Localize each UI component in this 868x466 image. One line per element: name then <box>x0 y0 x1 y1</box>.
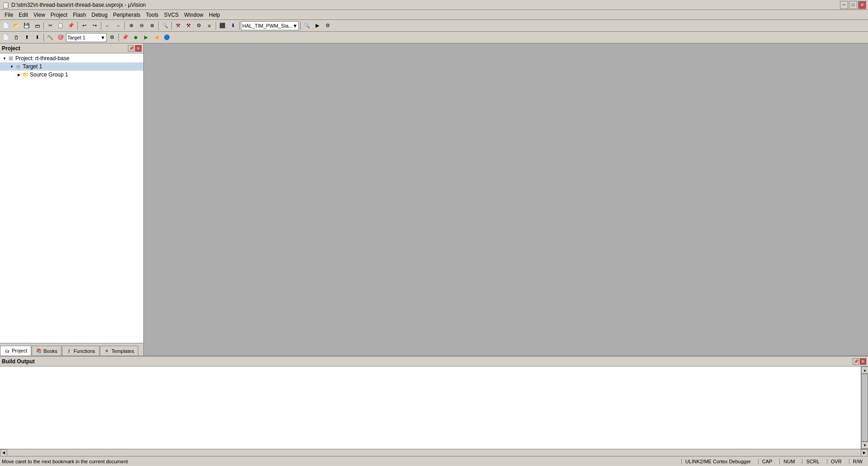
scroll-thumb[interactable] <box>861 374 868 442</box>
scroll-up-arrow[interactable]: ▲ <box>861 366 868 374</box>
tree-item-target[interactable]: ▼ ⊟ Target 1 <box>0 62 143 71</box>
close-button[interactable]: ✕ <box>858 1 866 9</box>
t2-settings-btn[interactable]: ⚙ <box>107 33 117 43</box>
t2-btn2[interactable]: 🗒 <box>11 33 21 43</box>
minimize-button[interactable]: ─ <box>840 1 848 9</box>
menu-item-window[interactable]: Window <box>181 11 206 19</box>
t2-gem-btn[interactable]: ◆ <box>131 33 141 43</box>
t2-build-btn[interactable]: 🔨 <box>45 33 55 43</box>
project-panel-title: Project <box>2 45 20 52</box>
t2-btn4[interactable]: ⬇ <box>32 33 42 43</box>
function-dropdown[interactable]: HAL_TIM_PWM_Sta... ▼ <box>241 21 299 30</box>
t2-arrow-btn[interactable]: ▶ <box>141 33 151 43</box>
build-scrollbar-v[interactable]: ▲ ▼ <box>861 366 868 449</box>
sep4 <box>124 22 125 30</box>
title-bar-left: 📋 D:\stm32\rt-thread-base\rt-thread-base… <box>2 1 146 9</box>
tab-templates[interactable]: ≡ Templates <box>100 346 138 356</box>
t2-pin-btn[interactable]: 📌 <box>120 33 130 43</box>
bookmark-prev-btn[interactable]: ⊕ <box>126 21 136 31</box>
title-bar: 📋 D:\stm32\rt-thread-base\rt-thread-base… <box>0 0 868 10</box>
build-btn[interactable]: ⚒ <box>184 21 193 31</box>
project-panel-header: Project 📌 ✕ <box>0 43 143 53</box>
menu-item-project[interactable]: Project <box>48 11 70 19</box>
menu-item-view[interactable]: View <box>31 11 48 19</box>
settings-btn[interactable]: ⚙ <box>323 21 333 31</box>
scroll-left-arrow[interactable]: ◀ <box>0 449 7 456</box>
function-dropdown-value: HAL_TIM_PWM_Sta... <box>242 23 292 29</box>
nav-fwd-btn[interactable]: → <box>113 21 123 31</box>
new-file-btn[interactable]: 📄 <box>1 21 11 31</box>
sep2 <box>77 22 78 30</box>
scroll-right-arrow[interactable]: ▶ <box>861 449 868 456</box>
tab-templates-label: Templates <box>112 348 134 354</box>
stop-btn[interactable]: ⬛ <box>217 21 227 31</box>
menu-item-edit[interactable]: Edit <box>16 11 31 19</box>
build-output-content[interactable] <box>0 366 861 449</box>
tab-project[interactable]: 🗂 Project <box>0 346 31 356</box>
menu-bar: FileEditViewProjectFlashDebugPeripherals… <box>0 10 868 20</box>
expand-arrow-target: ▼ <box>9 64 14 69</box>
build-output-pin-button[interactable]: 📌 <box>853 358 859 365</box>
build-output-controls[interactable]: 📌 ✕ <box>853 358 866 365</box>
h-scroll-track[interactable] <box>7 449 861 456</box>
download-btn[interactable]: ⬇ <box>228 21 238 31</box>
t2-target-btn[interactable]: 🎯 <box>56 33 66 43</box>
save-all-btn[interactable]: 🗃 <box>32 21 42 31</box>
t2-sep2 <box>118 33 119 42</box>
open-btn[interactable]: 📂 <box>11 21 21 31</box>
menu-item-peripherals[interactable]: Peripherals <box>110 11 143 19</box>
cut-btn[interactable]: ✂ <box>45 21 55 31</box>
tree-item-project[interactable]: ▼ ⊞ Project: rt-thread-base <box>0 54 143 62</box>
copy-btn[interactable]: 📋 <box>56 21 66 31</box>
t2-back-btn[interactable]: ◀ <box>151 33 161 43</box>
target-dropdown[interactable]: Target 1 ▼ <box>66 33 107 42</box>
panel-close-button[interactable]: ✕ <box>135 45 142 52</box>
bottom-section: Build Output 📌 ✕ ▲ ▼ ◀ ▶ <box>0 356 868 456</box>
save-btn[interactable]: 💾 <box>22 21 32 31</box>
redo-btn[interactable]: ↪ <box>90 21 99 31</box>
title-bar-controls[interactable]: ─ □ ✕ <box>840 1 866 9</box>
menu-item-debug[interactable]: Debug <box>89 11 110 19</box>
scroll-down-arrow[interactable]: ▼ <box>861 442 868 449</box>
rebuild-btn[interactable]: ⚙ <box>194 21 204 31</box>
dropdown-arrow-icon: ▼ <box>292 23 297 29</box>
menu-item-svcs[interactable]: SVCS <box>161 11 182 19</box>
status-debugger: ULINK2/ME Cortex Debugger <box>681 459 755 464</box>
paste-btn[interactable]: 📌 <box>66 21 76 31</box>
tree-item-source-group[interactable]: ▶ 📁 Source Group 1 <box>0 71 143 79</box>
status-bar: Move caret to the next bookmark in the c… <box>0 456 868 466</box>
nav-back-btn[interactable]: ← <box>103 21 113 31</box>
folder-icon: 📁 <box>22 71 29 78</box>
find-in-files-btn[interactable]: 🔍 <box>302 21 312 31</box>
tree-label-target: Target 1 <box>23 63 42 70</box>
tab-books[interactable]: 📚 Books <box>32 346 61 356</box>
batch-build-btn[interactable]: ≡ <box>204 21 214 31</box>
t2-btn1[interactable]: 📄 <box>1 33 11 43</box>
build-output-close-button[interactable]: ✕ <box>860 358 866 365</box>
tab-functions-label: Functions <box>74 348 95 354</box>
compile-btn[interactable]: ⚒ <box>173 21 183 31</box>
target-icon: ⊟ <box>14 63 22 70</box>
undo-btn[interactable]: ↩ <box>79 21 89 31</box>
panel-pin-button[interactable]: 📌 <box>128 45 134 52</box>
tab-functions[interactable]: ƒ Functions <box>62 346 99 356</box>
menu-item-file[interactable]: File <box>2 11 16 19</box>
menu-item-flash[interactable]: Flash <box>70 11 89 19</box>
target-dropdown-value: Target 1 <box>67 35 85 40</box>
bookmark-next-btn[interactable]: ⊖ <box>137 21 146 31</box>
sep1 <box>43 22 44 30</box>
find-btn[interactable]: 🔍 <box>160 21 170 31</box>
menu-item-tools[interactable]: Tools <box>143 11 161 19</box>
target-dropdown-arrow-icon: ▼ <box>100 35 105 40</box>
t2-rtx-btn[interactable]: 🔵 <box>162 33 172 43</box>
menu-item-help[interactable]: Help <box>206 11 223 19</box>
bookmark-clear-btn[interactable]: ⊗ <box>147 21 157 31</box>
project-tree: ▼ ⊞ Project: rt-thread-base ▼ ⊟ Target 1… <box>0 53 143 343</box>
editor-area[interactable] <box>144 43 868 356</box>
build-bottom-scroll[interactable]: ◀ ▶ <box>0 449 868 456</box>
t2-btn3[interactable]: ⬆ <box>22 33 32 43</box>
debug-run-btn[interactable]: ▶ <box>312 21 322 31</box>
status-cap: CAP <box>758 459 776 464</box>
sep8 <box>239 22 240 30</box>
maximize-button[interactable]: □ <box>849 1 857 9</box>
